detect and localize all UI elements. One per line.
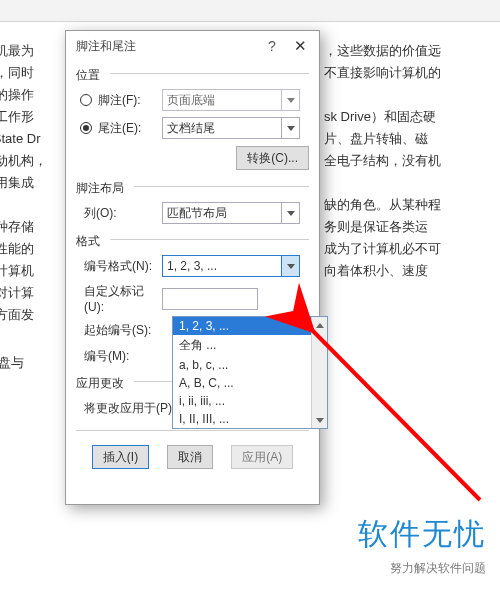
chevron-down-icon — [281, 118, 299, 138]
cancel-button[interactable]: 取消 — [167, 445, 213, 469]
background-text-right: ，这些数据的价值远 不直接影响计算机的 sk Drive）和固态硬 片、盘片转轴… — [324, 40, 441, 282]
footnote-endnote-dialog: 脚注和尾注 ? ✕ 位置 脚注(F): 页面底端 尾注(E): 文档结尾 — [65, 30, 320, 505]
list-item[interactable]: 全角 ... — [173, 335, 327, 356]
number-format-combo[interactable]: 1, 2, 3, ... — [162, 255, 300, 277]
watermark-title: 软件无忧 — [358, 514, 486, 555]
number-format-listbox[interactable]: 1, 2, 3, ... 全角 ... a, b, c, ... A, B, C… — [172, 316, 328, 429]
apply-to-label: 将更改应用于(P): — [84, 400, 175, 417]
endnote-label: 尾注(E): — [98, 120, 141, 137]
scroll-up-icon[interactable] — [312, 317, 328, 333]
numbering-label: 编号(M): — [84, 348, 129, 365]
watermark-subtitle: 努力解决软件问题 — [358, 560, 486, 577]
columns-value: 匹配节布局 — [167, 205, 227, 222]
endnote-location-combo[interactable]: 文档结尾 — [162, 117, 300, 139]
list-item[interactable]: 1, 2, 3, ... — [173, 317, 327, 335]
footnote-location-value: 页面底端 — [167, 92, 215, 109]
chevron-down-icon — [281, 203, 299, 223]
list-item[interactable]: i, ii, iii, ... — [173, 392, 327, 410]
start-at-label: 起始编号(S): — [84, 322, 151, 339]
scroll-down-icon[interactable] — [312, 412, 328, 428]
chevron-down-icon — [281, 256, 299, 276]
number-format-label: 编号格式(N): — [84, 258, 152, 275]
footnote-radio[interactable] — [80, 94, 92, 106]
footnote-location-combo[interactable]: 页面底端 — [162, 89, 300, 111]
section-apply-title: 应用更改 — [66, 369, 134, 394]
columns-combo[interactable]: 匹配节布局 — [162, 202, 300, 224]
list-item[interactable]: A, B, C, ... — [173, 374, 327, 392]
watermark: 软件无忧 努力解决软件问题 — [358, 514, 486, 577]
chevron-down-icon — [281, 90, 299, 110]
custom-mark-label: 自定义标记(U): — [84, 283, 162, 314]
number-format-value: 1, 2, 3, ... — [167, 259, 217, 273]
background-text-left: 算机最为 身，同时 户的操作 其工作形 d State Dr 驱动机构， 采用集… — [0, 40, 47, 326]
section-layout-title: 脚注布局 — [66, 174, 134, 199]
svg-line-0 — [310, 328, 480, 500]
dialog-title: 脚注和尾注 — [76, 38, 259, 55]
apply-button[interactable]: 应用(A) — [231, 445, 293, 469]
endnote-radio[interactable] — [80, 122, 92, 134]
list-item[interactable]: a, b, c, ... — [173, 356, 327, 374]
columns-label: 列(O): — [84, 205, 117, 222]
help-icon[interactable]: ? — [259, 38, 285, 54]
close-icon[interactable]: ✕ — [285, 37, 315, 55]
section-format-title: 格式 — [66, 227, 110, 252]
convert-button[interactable]: 转换(C)... — [236, 146, 309, 170]
titlebar: 脚注和尾注 ? ✕ — [66, 31, 319, 61]
footnote-label: 脚注(F): — [98, 92, 141, 109]
list-item[interactable]: I, II, III, ... — [173, 410, 327, 428]
ribbon-strip — [0, 0, 500, 22]
section-position-title: 位置 — [66, 61, 110, 86]
listbox-scrollbar[interactable] — [311, 317, 327, 428]
custom-mark-input[interactable] — [162, 288, 258, 310]
endnote-location-value: 文档结尾 — [167, 120, 215, 137]
insert-button[interactable]: 插入(I) — [92, 445, 149, 469]
